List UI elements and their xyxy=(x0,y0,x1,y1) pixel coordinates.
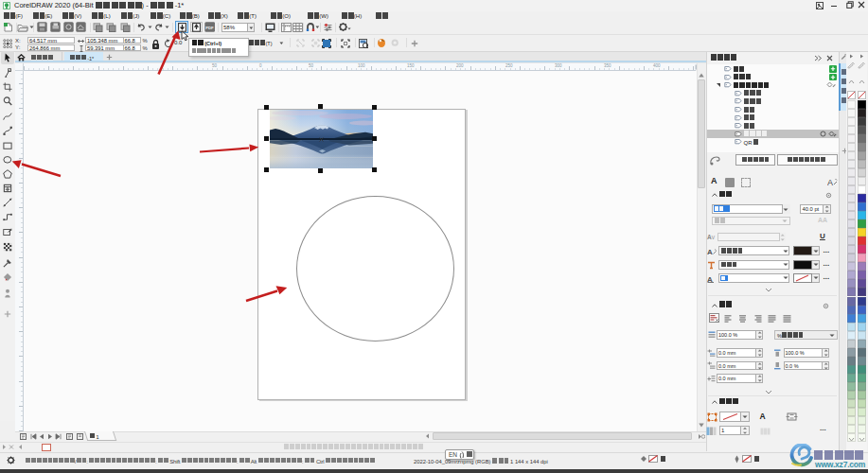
svg-text:A: A xyxy=(707,248,713,256)
svg-text:PDF: PDF xyxy=(205,26,214,30)
svg-text:A: A xyxy=(707,274,713,283)
svg-text:A: A xyxy=(827,178,833,187)
